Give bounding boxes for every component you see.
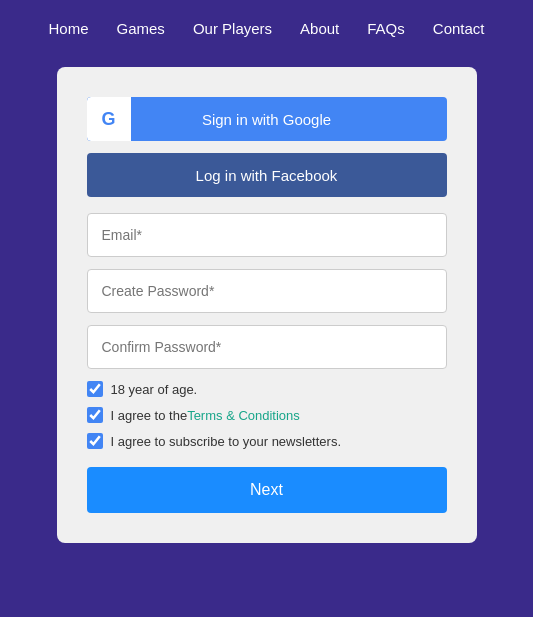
facebook-login-button[interactable]: Log in with Facebook [87,153,447,197]
newsletter-checkbox[interactable] [87,433,103,449]
password-input[interactable] [87,269,447,313]
next-button[interactable]: Next [87,467,447,513]
terms-checkbox[interactable] [87,407,103,423]
main-container: G Sign in with Google Log in with Facebo… [0,57,533,573]
age-checkbox-row: 18 year of age. [87,381,447,397]
terms-link[interactable]: Terms & Conditions [187,408,300,423]
signup-card: G Sign in with Google Log in with Facebo… [57,67,477,543]
google-icon: G [87,97,131,141]
nav-home[interactable]: Home [49,20,89,37]
terms-checkbox-row: I agree to the Terms & Conditions [87,407,447,423]
nav-faqs[interactable]: FAQs [367,20,405,37]
terms-label-prefix: I agree to the [111,408,188,423]
age-checkbox[interactable] [87,381,103,397]
age-label: 18 year of age. [111,382,198,397]
navbar: Home Games Our Players About FAQs Contac… [0,0,533,57]
nav-about[interactable]: About [300,20,339,37]
nav-our-players[interactable]: Our Players [193,20,272,37]
newsletter-label: I agree to subscribe to your newsletters… [111,434,342,449]
newsletter-checkbox-row: I agree to subscribe to your newsletters… [87,433,447,449]
google-signin-button[interactable]: G Sign in with Google [87,97,447,141]
confirm-password-input[interactable] [87,325,447,369]
email-input[interactable] [87,213,447,257]
nav-games[interactable]: Games [117,20,165,37]
nav-contact[interactable]: Contact [433,20,485,37]
